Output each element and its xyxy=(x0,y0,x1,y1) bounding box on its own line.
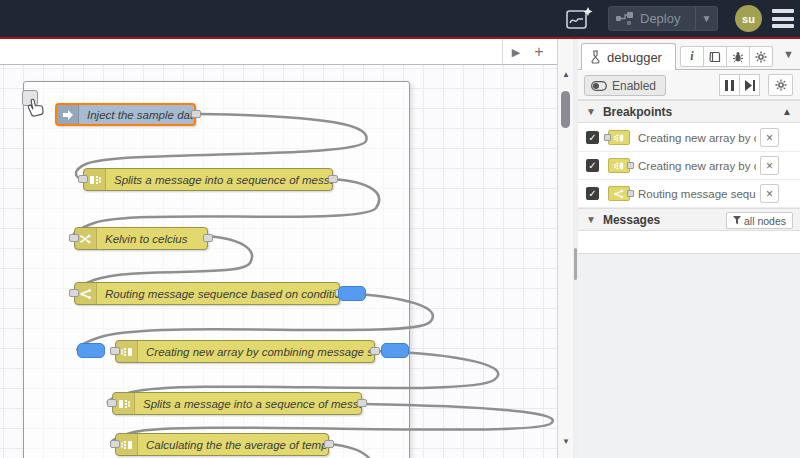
output-port-badge xyxy=(627,162,634,169)
deploy-icon xyxy=(616,12,633,26)
input-port-badge xyxy=(604,134,611,141)
input-port[interactable] xyxy=(110,440,120,448)
flow-node-split[interactable]: Splits a message into a sequence of mess… xyxy=(112,392,362,415)
input-port[interactable] xyxy=(78,175,88,183)
breakpoint-row[interactable]: ✓ Routing message sequence based on cond… xyxy=(578,180,800,208)
user-avatar[interactable]: su xyxy=(735,5,762,32)
deploy-label: Deploy xyxy=(640,11,680,26)
section-collapse-icon[interactable]: ▼ xyxy=(586,214,596,225)
chevron-down-icon[interactable]: ▼ xyxy=(783,48,794,60)
section-title: Messages xyxy=(603,213,660,227)
output-port[interactable] xyxy=(203,234,213,242)
bug-icon[interactable] xyxy=(726,46,750,67)
pause-icon[interactable] xyxy=(719,74,740,96)
flow-tabbar: ▶ + ▾ xyxy=(0,39,578,65)
menu-icon[interactable] xyxy=(770,8,796,29)
deploy-button[interactable]: Deploy ▼ xyxy=(608,6,718,31)
remove-breakpoint-button[interactable]: × xyxy=(760,128,779,147)
filter-label: all nodes xyxy=(744,215,786,227)
section-title: Breakpoints xyxy=(603,105,672,119)
sidebar-panel: debugger i ▼ Enabled xyxy=(578,39,800,458)
node-label: Calculating the the average of temperatu… xyxy=(138,439,329,451)
breakpoint-label: Creating new array by combining message … xyxy=(638,160,756,172)
join-node-icon xyxy=(608,158,630,173)
node-label: Kelvin to celcius xyxy=(97,233,195,245)
book-icon[interactable] xyxy=(703,46,727,67)
tab-scroll-right-icon[interactable]: ▶ xyxy=(506,42,526,62)
breakpoint-label: Routing message sequence based on condit… xyxy=(638,188,756,200)
flow-canvas[interactable]: Inject the sample data Splits a message … xyxy=(0,65,557,458)
tab-debugger[interactable]: debugger xyxy=(581,43,676,70)
tabbar-separator xyxy=(502,39,503,64)
avatar-initials: su xyxy=(742,13,755,25)
messages-empty-list xyxy=(578,231,800,253)
breakpoint-checkbox[interactable]: ✓ xyxy=(586,131,599,144)
debugger-toolbar: Enabled xyxy=(578,70,800,100)
node-label: Splits a message into a sequence of mess… xyxy=(106,174,333,186)
output-port[interactable] xyxy=(191,110,201,118)
section-collapse-icon[interactable]: ▼ xyxy=(586,106,596,117)
breakpoint-marker-output[interactable] xyxy=(338,286,366,301)
header-bar: Deploy ▼ su xyxy=(0,0,800,37)
gear-icon[interactable] xyxy=(749,46,773,67)
output-port[interactable] xyxy=(328,175,338,183)
flow-node-inject[interactable]: Inject the sample data xyxy=(55,103,196,126)
messages-section-header[interactable]: ▼ Messages all nodes xyxy=(578,208,800,231)
join-node-icon xyxy=(608,130,630,145)
input-port[interactable] xyxy=(69,289,79,297)
divider-grip[interactable] xyxy=(574,248,577,280)
funnel-icon xyxy=(733,216,741,225)
breakpoint-marker-output[interactable] xyxy=(381,343,409,358)
flow-node-join[interactable]: Creating new array by combining message … xyxy=(115,340,375,363)
scrollbar-thumb[interactable] xyxy=(561,91,570,128)
output-port[interactable] xyxy=(324,440,334,448)
input-port[interactable] xyxy=(110,347,120,355)
step-next-icon[interactable] xyxy=(739,74,760,96)
breakpoint-marker-input[interactable] xyxy=(77,343,105,358)
ai-assistant-icon[interactable] xyxy=(560,4,598,33)
scroll-up-icon[interactable]: ▲ xyxy=(558,67,574,81)
toggle-on-icon xyxy=(591,81,607,91)
enabled-label: Enabled xyxy=(612,79,656,93)
breakpoint-checkbox[interactable]: ✓ xyxy=(586,159,599,172)
output-port[interactable] xyxy=(357,399,367,407)
breakpoints-section-header[interactable]: ▼ Breakpoints ▲ xyxy=(578,100,800,123)
message-filter-button[interactable]: all nodes xyxy=(726,212,793,229)
info-icon[interactable]: i xyxy=(680,46,704,67)
flow-node-change[interactable]: Kelvin to celcius xyxy=(74,227,208,250)
breakpoint-label: Creating new array by combining message … xyxy=(638,132,756,144)
breakpoint-row[interactable]: ✓ Creating new array by combining messag… xyxy=(578,152,800,180)
flow-node-split[interactable]: Splits a message into a sequence of mess… xyxy=(83,168,333,191)
breakpoint-checkbox[interactable]: ✓ xyxy=(586,187,599,200)
flow-node-switch[interactable]: Routing message sequence based on condit… xyxy=(74,282,340,305)
deploy-options-arrow[interactable]: ▼ xyxy=(695,7,717,30)
sidebar-tabbar: debugger i ▼ xyxy=(578,39,800,70)
node-label: Splits a message into a sequence of mess… xyxy=(135,398,362,410)
node-label: Creating new array by combining message … xyxy=(138,346,375,358)
flask-icon xyxy=(590,50,601,64)
switch-node-icon xyxy=(608,186,630,201)
sidebar-background xyxy=(578,253,800,458)
node-label: Inject the sample data xyxy=(79,109,196,121)
remove-breakpoint-button[interactable]: × xyxy=(760,184,779,203)
node-red-window: Deploy ▼ su ▶ + ▾ Inject the s xyxy=(0,0,800,458)
inject-arrow-icon xyxy=(57,105,79,124)
node-label: Routing message sequence based on condit… xyxy=(97,288,340,300)
tab-label: debugger xyxy=(607,50,662,65)
breakpoint-row[interactable]: ✓ Creating new array by combining messag… xyxy=(578,124,800,152)
debugger-enabled-toggle[interactable]: Enabled xyxy=(584,75,666,96)
flow-node-join[interactable]: Calculating the the average of temperatu… xyxy=(115,433,329,456)
scroll-to-top-icon[interactable]: ▲ xyxy=(782,106,792,117)
gear-icon[interactable] xyxy=(768,74,793,96)
add-flow-button[interactable]: + xyxy=(529,42,549,62)
input-port[interactable] xyxy=(107,399,117,407)
canvas-vertical-scrollbar[interactable]: ▲ ▼ xyxy=(557,39,573,458)
remove-breakpoint-button[interactable]: × xyxy=(760,156,779,175)
hand-cursor-icon xyxy=(24,96,44,118)
input-port[interactable] xyxy=(69,234,79,242)
wire[interactable] xyxy=(329,444,372,458)
output-port[interactable] xyxy=(370,347,380,355)
scroll-down-icon[interactable]: ▼ xyxy=(558,434,574,448)
output-port-badge xyxy=(627,190,634,197)
